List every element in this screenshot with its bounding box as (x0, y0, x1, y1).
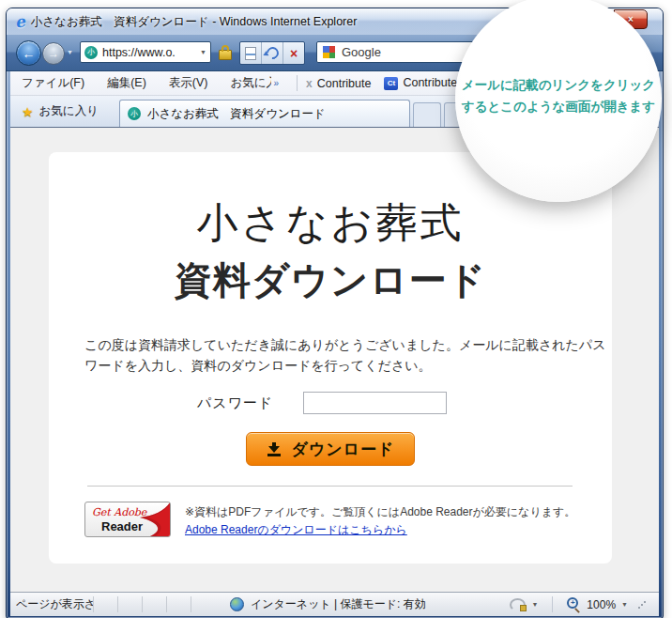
password-row: パスワード (49, 392, 612, 414)
contribute-label: Contribute (317, 77, 372, 90)
globe-icon (230, 597, 244, 611)
refresh-icon (264, 44, 281, 61)
callout-bubble: メールに記載のリンクをクリック するとこのような画面が開きます (455, 0, 662, 202)
refresh-button[interactable] (262, 42, 283, 64)
menu-overflow-icon[interactable]: » (273, 78, 279, 88)
google-logo-icon (323, 46, 335, 58)
stop-button[interactable]: × (283, 42, 304, 64)
smartscreen-icon[interactable] (510, 598, 526, 611)
history-dropdown-icon[interactable]: ▼ (67, 49, 73, 55)
zoom-level[interactable]: 100% (587, 598, 616, 611)
active-tab[interactable]: 小 小さなお葬式 資料ダウンロード (119, 100, 410, 127)
pdf-note-block: ※資料はPDFファイルです。ご覧頂くにはAdobe Readerが必要になります… (185, 502, 575, 539)
smartscreen-dropdown-icon[interactable]: ▼ (531, 601, 538, 608)
compatibility-view-button[interactable] (240, 42, 262, 64)
password-label: パスワード (197, 394, 273, 412)
download-icon (267, 442, 282, 456)
forward-arrow-icon: → (48, 47, 59, 60)
url-text[interactable]: https://www.o. (102, 46, 195, 59)
resize-grip[interactable] (637, 600, 646, 609)
contribute-button[interactable]: x Contribute (306, 77, 371, 90)
status-text: ページが表示されました (10, 596, 93, 612)
adobe-download-link[interactable]: Adobe Readerのダウンロードはこちらから (185, 523, 407, 536)
tab-title: 小さなお葬式 資料ダウンロード (147, 106, 326, 122)
back-button[interactable]: ← (16, 40, 41, 66)
menu-item-edit[interactable]: 編集(E) (107, 75, 146, 91)
address-bar[interactable]: 小 https://www.o. ▼ (80, 41, 211, 63)
favorites-label: お気に入り (39, 103, 99, 119)
adobe-reader-badge[interactable]: Get Adobe Reader (84, 502, 171, 537)
page-title-bold: 資料ダウンロード (49, 255, 612, 306)
stop-icon: × (290, 47, 298, 60)
ssl-lock-icon (219, 50, 232, 60)
adobe-section: Get Adobe Reader ※資料はPDFファイルです。ご覧頂くにはAdo… (84, 502, 612, 539)
forward-button[interactable]: → (42, 42, 65, 65)
reader-text: Reader (101, 519, 143, 533)
zone-text: インターネット | 保護モード: 有効 (251, 596, 426, 612)
security-zone: インターネット | 保護モード: 有効 (230, 596, 426, 612)
adobe-swoosh-icon (138, 502, 170, 537)
callout-line1: メールに記載のリンクをクリック (462, 74, 655, 96)
zoom-icon[interactable]: + (567, 597, 581, 611)
intro-text: この度は資料請求していただき誠にありがとうございました。メールに記載されたパスワ… (84, 334, 606, 376)
menu-item-view[interactable]: 表示(V) (169, 75, 208, 91)
download-button-label: ダウンロード (292, 439, 395, 460)
star-icon: ★ (22, 104, 34, 119)
status-cell (166, 596, 191, 612)
status-cell (191, 596, 215, 612)
status-right-cluster: ▼ + 100% ▼ (510, 593, 655, 616)
password-input[interactable] (303, 392, 447, 414)
new-tab-stub[interactable] (413, 102, 441, 127)
favorites-button[interactable]: ★ お気に入り (16, 96, 110, 127)
zoom-dropdown-icon[interactable]: ▼ (621, 601, 628, 608)
pdf-note: ※資料はPDFファイルです。ご覧頂くにはAdobe Readerが必要になります… (185, 503, 575, 521)
menu-item-file[interactable]: ファイル(F) (22, 75, 84, 91)
search-provider-text: Google (342, 45, 381, 59)
screenshot-stage: e 小さなお葬式 資料ダウンロード - Windows Internet Exp… (0, 0, 672, 618)
status-cell (93, 596, 117, 612)
callout-line2: するとこのような画面が開きます (462, 96, 655, 117)
toolbar-separator (297, 75, 298, 91)
contribute-ct-icon: Ct (384, 77, 398, 90)
menu-item-favorites[interactable]: お気に入 (230, 75, 271, 91)
back-arrow-icon: ← (23, 46, 36, 61)
address-dropdown-icon[interactable]: ▼ (200, 49, 206, 55)
status-cell (142, 596, 166, 612)
status-separator (552, 596, 553, 612)
content-divider (87, 486, 573, 487)
ie-logo-icon: e (14, 13, 26, 30)
status-cell (117, 596, 142, 612)
status-bar: ページが表示されました インターネット | 保護モード: 有効 ▼ + 100%… (10, 592, 659, 616)
site-favicon-icon: 小 (84, 46, 98, 59)
toolbar-button-group: × (239, 41, 305, 65)
contribute-x-icon: x (306, 77, 313, 90)
window-title: 小さなお葬式 資料ダウンロード - Windows Internet Explo… (31, 14, 358, 30)
tab-favicon-icon: 小 (128, 107, 141, 120)
download-button[interactable]: ダウンロード (246, 432, 415, 466)
compatibility-page-icon (245, 47, 256, 60)
page-card: 小さなお葬式 資料ダウンロード この度は資料請求していただき誠にありがとうござい… (49, 152, 612, 564)
